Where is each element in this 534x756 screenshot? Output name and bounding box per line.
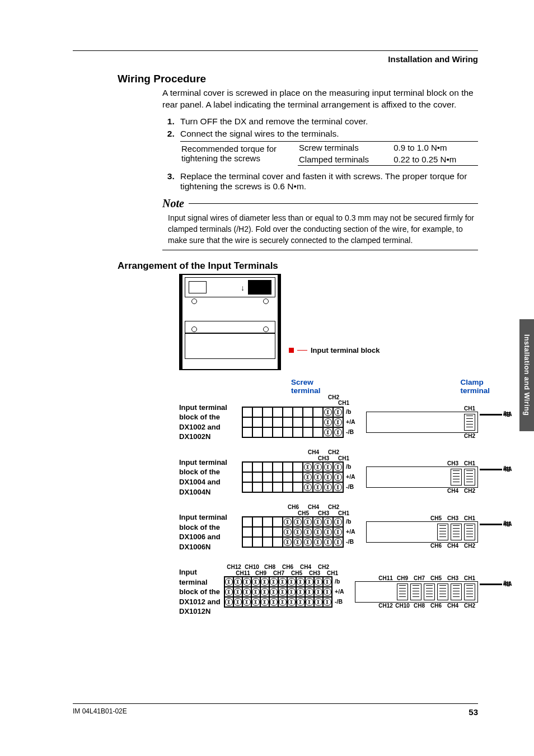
- rear-panel-diagram: ↓● ● ●: [179, 274, 281, 370]
- block-label: Input terminal block of the DX1006 and D…: [179, 512, 242, 552]
- step: Turn OFF the DX and remove the terminal …: [177, 116, 478, 127]
- screw-terminal-block: [224, 576, 332, 608]
- clamp-terminal-block: [355, 581, 478, 603]
- terminal-row: Input terminal block of the DX1006 and D…: [179, 512, 478, 552]
- wiring-intro: A terminal cover is screwed in place on …: [162, 87, 478, 111]
- clamp-terminal-block: [366, 412, 478, 433]
- terminal-row: Input terminal block of the DX1004 and D…: [179, 458, 478, 497]
- screw-terminal-head: Screw terminal: [291, 378, 321, 395]
- block-label: Input terminal block of the DX1004 and D…: [179, 458, 242, 497]
- clamp-terminal-block: [366, 466, 478, 488]
- footer-doc: IM 04L41B01-02E: [73, 707, 127, 717]
- note-body: Input signal wires of diameter less than…: [168, 212, 478, 246]
- terminal-row: Input terminal block of the DX1002 and D…: [179, 403, 478, 442]
- clamp-terminal-block: [366, 521, 478, 543]
- clamp-terminal-head: Clamp terminal: [461, 378, 490, 395]
- block-label: Input terminal block of the DX1002 and D…: [179, 403, 242, 442]
- torque-table: Recommended torque for tightening the sc…: [180, 141, 478, 166]
- footer-page: 53: [469, 707, 478, 717]
- side-tab: Installation and Wiring: [519, 319, 534, 431]
- block-label: Input terminal block of the DX1012 and D…: [179, 567, 224, 617]
- step: Replace the terminal cover and fasten it…: [177, 171, 478, 192]
- wiring-steps: Turn OFF the DX and remove the terminal …: [162, 116, 478, 192]
- panel-label: Input terminal block: [311, 346, 380, 354]
- header-section: Installation and Wiring: [73, 54, 478, 64]
- wiring-title: Wiring Procedure: [118, 73, 478, 85]
- step: Connect the signal wires to the terminal…: [177, 129, 478, 166]
- note-heading: Note: [162, 197, 478, 210]
- arrangement-title: Arrangement of the Input Terminals: [118, 260, 478, 272]
- callout-marker: [289, 348, 294, 353]
- screw-terminal-block: [242, 461, 344, 493]
- screw-terminal-block: [242, 516, 344, 548]
- screw-terminal-block: [242, 407, 344, 438]
- terminal-row: Input terminal block of the DX1012 and D…: [179, 567, 478, 617]
